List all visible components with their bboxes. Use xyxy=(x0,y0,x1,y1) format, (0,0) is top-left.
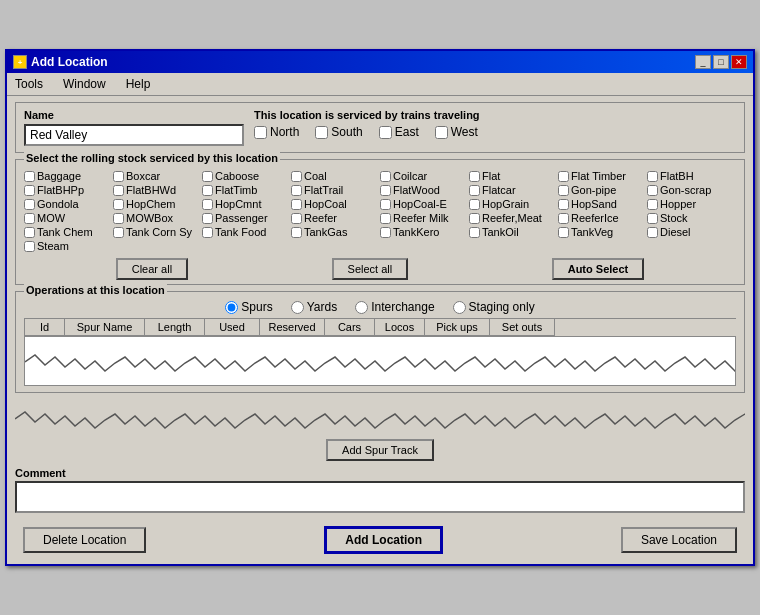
checkbox-diesel[interactable] xyxy=(647,227,658,238)
table-body-area xyxy=(24,336,736,386)
checkbox-gon-scrap[interactable] xyxy=(647,185,658,196)
cb-label: Reefer Milk xyxy=(393,212,449,224)
checkbox-coal[interactable] xyxy=(291,171,302,182)
cb-item-flat-timber: Flat Timber xyxy=(558,170,647,182)
cb-item-baggage: Baggage xyxy=(24,170,113,182)
staging-radio[interactable] xyxy=(453,301,466,314)
checkbox-mowbox[interactable] xyxy=(113,213,124,224)
checkbox-flattimb[interactable] xyxy=(202,185,213,196)
checkbox-reefer-milk[interactable] xyxy=(380,213,391,224)
operations-label: Operations at this location xyxy=(24,284,167,296)
cb-label: HopSand xyxy=(571,198,617,210)
comment-input[interactable] xyxy=(15,481,745,513)
checkbox-flatcar[interactable] xyxy=(469,185,480,196)
select-all-button[interactable]: Select all xyxy=(332,258,409,280)
delete-location-button[interactable]: Delete Location xyxy=(23,527,146,553)
save-location-button[interactable]: Save Location xyxy=(621,527,737,553)
comment-section: Comment xyxy=(15,467,745,516)
cb-item-reefer: Reefer xyxy=(291,212,380,224)
checkbox-flat[interactable] xyxy=(469,171,480,182)
cb-label: Steam xyxy=(37,240,69,252)
checkbox-baggage[interactable] xyxy=(24,171,35,182)
checkbox-tankoil[interactable] xyxy=(469,227,480,238)
directions-row: North South East West xyxy=(254,125,736,139)
cb-item-hopper: Hopper xyxy=(647,198,736,210)
checkbox-hopsand[interactable] xyxy=(558,199,569,210)
cb-item-reeferice: ReeferIce xyxy=(558,212,647,224)
interchange-radio[interactable] xyxy=(355,301,368,314)
name-input[interactable] xyxy=(24,124,244,146)
checkbox-tankgas[interactable] xyxy=(291,227,302,238)
cb-label: HopCoal xyxy=(304,198,347,210)
checkbox-tank-food[interactable] xyxy=(202,227,213,238)
name-group: Name xyxy=(24,109,244,146)
auto-select-button[interactable]: Auto Select xyxy=(552,258,645,280)
th-used: Used xyxy=(205,319,260,336)
checkbox-reefer-meat[interactable] xyxy=(469,213,480,224)
checkbox-tank-corn-sy[interactable] xyxy=(113,227,124,238)
add-spur-button[interactable]: Add Spur Track xyxy=(326,439,434,461)
south-checkbox[interactable] xyxy=(315,126,328,139)
cb-label: TankGas xyxy=(304,226,347,238)
window-icon: + xyxy=(13,55,27,69)
west-label: West xyxy=(451,125,478,139)
cb-item-reefer-meat: Reefer,Meat xyxy=(469,212,558,224)
cb-item-tank-corn-sy: Tank Corn Sy xyxy=(113,226,202,238)
checkbox-hopgrain[interactable] xyxy=(469,199,480,210)
checkbox-hopchem[interactable] xyxy=(113,199,124,210)
checkbox-flattrail[interactable] xyxy=(291,185,302,196)
cb-label: MOWBox xyxy=(126,212,173,224)
checkbox-caboose[interactable] xyxy=(202,171,213,182)
minimize-button[interactable]: _ xyxy=(695,55,711,69)
checkbox-gon-pipe[interactable] xyxy=(558,185,569,196)
checkbox-coilcar[interactable] xyxy=(380,171,391,182)
checkbox-hopcoal[interactable] xyxy=(291,199,302,210)
checkbox-flat-timber[interactable] xyxy=(558,171,569,182)
cb-item-hopgrain: HopGrain xyxy=(469,198,558,210)
maximize-button[interactable]: □ xyxy=(713,55,729,69)
checkbox-flatbhpp[interactable] xyxy=(24,185,35,196)
checkbox-hopper[interactable] xyxy=(647,199,658,210)
checkbox-steam[interactable] xyxy=(24,241,35,252)
clear-all-button[interactable]: Clear all xyxy=(116,258,188,280)
checkbox-gondola[interactable] xyxy=(24,199,35,210)
checkbox-flatwood[interactable] xyxy=(380,185,391,196)
staging-label: Staging only xyxy=(469,300,535,314)
cb-label: Reefer xyxy=(304,212,337,224)
menu-tools[interactable]: Tools xyxy=(11,75,47,93)
checkbox-hopcmnt[interactable] xyxy=(202,199,213,210)
north-checkbox[interactable] xyxy=(254,126,267,139)
checkbox-mow[interactable] xyxy=(24,213,35,224)
cb-label: Reefer,Meat xyxy=(482,212,542,224)
name-direction-section: Name This location is serviced by trains… xyxy=(15,102,745,153)
checkbox-flatbh[interactable] xyxy=(647,171,658,182)
direction-south: South xyxy=(315,125,362,139)
add-location-button[interactable]: Add Location xyxy=(324,526,443,554)
checkbox-boxcar[interactable] xyxy=(113,171,124,182)
cb-item-flatcar: Flatcar xyxy=(469,184,558,196)
close-button[interactable]: ✕ xyxy=(731,55,747,69)
cb-item-tank-food: Tank Food xyxy=(202,226,291,238)
checkbox-flatbhwd[interactable] xyxy=(113,185,124,196)
checkbox-tankveg[interactable] xyxy=(558,227,569,238)
checkbox-hopcoal-e[interactable] xyxy=(380,199,391,210)
cb-label: Diesel xyxy=(660,226,691,238)
radio-yards: Yards xyxy=(291,300,337,314)
checkbox-tankkero[interactable] xyxy=(380,227,391,238)
title-bar-buttons: _ □ ✕ xyxy=(695,55,747,69)
yards-radio[interactable] xyxy=(291,301,304,314)
east-checkbox[interactable] xyxy=(379,126,392,139)
add-spur-row: Add Spur Track xyxy=(15,439,745,461)
cb-item-tankkero: TankKero xyxy=(380,226,469,238)
checkbox-stock[interactable] xyxy=(647,213,658,224)
checkbox-tank-chem[interactable] xyxy=(24,227,35,238)
checkbox-passenger[interactable] xyxy=(202,213,213,224)
cb-item-hopsand: HopSand xyxy=(558,198,647,210)
west-checkbox[interactable] xyxy=(435,126,448,139)
spurs-radio[interactable] xyxy=(225,301,238,314)
menu-help[interactable]: Help xyxy=(122,75,155,93)
cb-label: Flat Timber xyxy=(571,170,626,182)
checkbox-reeferice[interactable] xyxy=(558,213,569,224)
menu-window[interactable]: Window xyxy=(59,75,110,93)
checkbox-reefer[interactable] xyxy=(291,213,302,224)
